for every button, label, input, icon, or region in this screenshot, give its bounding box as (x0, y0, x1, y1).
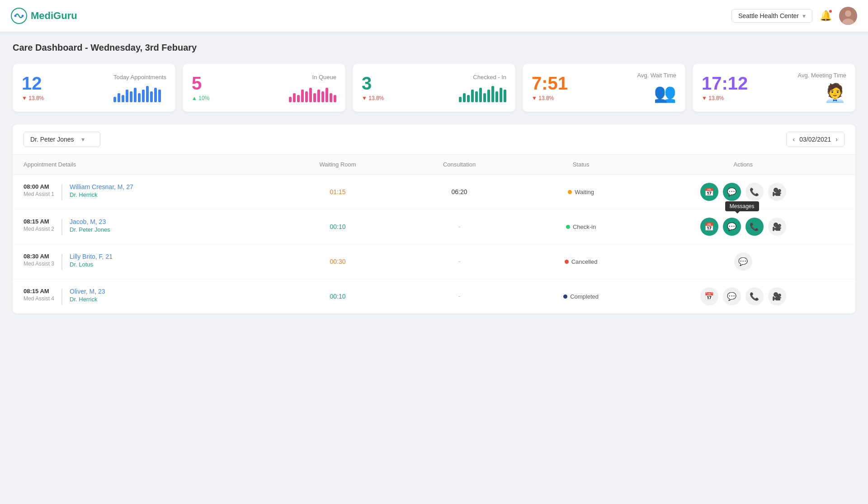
mini-bar (130, 91, 132, 102)
health-center-select[interactable]: Seattle Health Center ▾ (731, 9, 812, 23)
mini-bar (154, 88, 157, 102)
date-navigator: ‹ 03/02/2021 › (786, 132, 844, 147)
mini-bar (138, 93, 141, 102)
health-center-name: Seattle Health Center (738, 12, 799, 19)
action-calendar-button-1[interactable]: 📅 (700, 218, 718, 236)
appt-doctor-3: Dr. Herrick (70, 296, 105, 303)
actions-cell-1: 📅 Messages 💬 📞🎥 (642, 218, 844, 236)
header-waiting-room: Waiting Room (277, 161, 398, 168)
date-display: 03/02/2021 (799, 136, 831, 143)
status-dot-2 (565, 260, 569, 264)
action-wrapper-message: Messages 💬 (723, 218, 741, 236)
action-phone-button-3[interactable]: 📞 (745, 287, 764, 305)
status-dot-3 (563, 295, 567, 299)
health-center-chevron: ▾ (802, 12, 806, 19)
appt-time-2: 08:30 AM (24, 253, 54, 260)
stat-number-in-queue: 5 (192, 74, 209, 92)
appt-patient-3[interactable]: Oliver, M, 23 (70, 288, 105, 295)
action-phone-button-1[interactable]: 📞 (745, 218, 764, 236)
mini-bar (158, 90, 161, 102)
appt-divider-3 (61, 289, 62, 305)
actions-cell-2: 💬 (642, 252, 844, 271)
appt-assist-3: Med Assist 4 (24, 295, 54, 302)
stat-card-avg-wait-time: 7:51 ▼ 13.8% Avg. Wait Time 👥 (523, 64, 685, 112)
appt-patient-1[interactable]: Jacob, M, 23 (70, 218, 110, 225)
mini-bar (475, 91, 478, 102)
stat-change-avg-wait-time: ▼ 13.8% (532, 95, 568, 101)
status-text-2: Cancelled (571, 258, 598, 265)
consultation-dash: - (458, 258, 461, 265)
appt-details-0: 08:00 AM Med Assist 1 William Cresnar, M… (24, 183, 277, 200)
appt-details-3: 08:15 AM Med Assist 4 Oliver, M, 23 Dr. … (24, 288, 277, 305)
svg-point-4 (845, 10, 851, 17)
doctor-select-value: Dr. Peter Jones (30, 136, 74, 143)
stat-change-in-queue: ▲ 10% (192, 95, 209, 101)
action-message-button-0[interactable]: 💬 (723, 183, 741, 201)
appt-doctor-2: Dr. Lotus (70, 261, 113, 268)
appt-doctor-0: Dr. Herrick (70, 191, 133, 198)
consultation-cell-0: 06:20 (399, 188, 520, 195)
mini-bar (126, 90, 128, 102)
stat-left-checked-in: 3 ▼ 13.8% (362, 74, 384, 101)
mini-bar (495, 91, 498, 102)
table-body: 08:00 AM Med Assist 1 William Cresnar, M… (13, 175, 855, 314)
appt-patient-block-0: William Cresnar, M, 27 Dr. Herrick (70, 183, 133, 198)
action-phone-button-0[interactable]: 📞 (745, 183, 764, 201)
action-video-button-1[interactable]: 🎥 (768, 218, 786, 236)
mini-chart-checked-in (459, 84, 506, 102)
stat-right-today-appointments: Today Appointments (113, 74, 166, 102)
consultation-cell-2: - (399, 258, 520, 265)
appt-details-2: 08:30 AM Med Assist 3 Lilly Brito, F, 21… (24, 253, 277, 270)
svg-point-1 (14, 15, 17, 17)
action-message-button-2[interactable]: 💬 (734, 252, 752, 271)
consultation-dash: - (458, 223, 461, 230)
action-video-button-0[interactable]: 🎥 (768, 183, 786, 201)
table-header: Appointment Details Waiting Room Consult… (13, 155, 855, 175)
notification-badge (828, 9, 833, 14)
stat-change-avg-meeting-time: ▼ 13.8% (702, 95, 748, 101)
user-avatar[interactable] (839, 7, 857, 25)
appt-time-block-2: 08:30 AM Med Assist 3 (24, 253, 54, 267)
svg-point-2 (22, 15, 24, 17)
status-cell-0: Waiting (520, 189, 642, 195)
action-message-button-3[interactable]: 💬 (723, 287, 741, 305)
appt-divider-2 (61, 254, 62, 270)
stat-right-avg-meeting-time: Avg. Meeting Time 🧑‍💼 (798, 72, 846, 104)
mini-bar (122, 95, 124, 102)
date-prev-button[interactable]: ‹ (793, 136, 795, 143)
stat-label-today-appointments: Today Appointments (113, 74, 166, 81)
action-calendar-button-0[interactable]: 📅 (700, 183, 718, 201)
appt-patient-2[interactable]: Lilly Brito, F, 21 (70, 253, 113, 260)
status-text-3: Completed (570, 293, 599, 300)
header-status: Status (520, 161, 642, 168)
consultation-time: 06:20 (452, 188, 467, 195)
mini-bar (317, 90, 320, 102)
action-video-button-3[interactable]: 🎥 (768, 287, 786, 305)
stat-number-checked-in: 3 (362, 74, 384, 92)
mini-bar (467, 95, 470, 102)
stat-change-checked-in: ▼ 13.8% (362, 95, 384, 101)
doctor-select[interactable]: Dr. Peter Jones ▾ (24, 132, 100, 147)
stat-label-in-queue: In Queue (289, 74, 336, 81)
status-dot-1 (566, 225, 570, 229)
stat-number-today-appointments: 12 (22, 74, 44, 92)
mini-bar (118, 93, 120, 102)
stat-illustration-avg-wait-time: 👥 (637, 82, 676, 104)
stat-card-avg-meeting-time: 17:12 ▼ 13.8% Avg. Meeting Time 🧑‍💼 (693, 64, 855, 112)
stat-number-avg-meeting-time: 17:12 (702, 74, 748, 92)
actions-cell-3: 📅💬📞🎥 (642, 287, 844, 305)
mini-bar (134, 88, 137, 102)
date-next-button[interactable]: › (835, 136, 838, 143)
mini-bar (321, 91, 324, 102)
stat-card-today-appointments: 12 ▼ 13.8% Today Appointments (13, 64, 175, 112)
consultation-cell-1: - (399, 223, 520, 230)
table-row: 08:15 AM Med Assist 4 Oliver, M, 23 Dr. … (13, 279, 855, 314)
action-message-button-1[interactable]: 💬 (723, 218, 741, 236)
action-calendar-button-3[interactable]: 📅 (700, 287, 718, 305)
appt-patient-0[interactable]: William Cresnar, M, 27 (70, 183, 133, 190)
appt-divider-1 (61, 219, 62, 235)
table-row: 08:30 AM Med Assist 3 Lilly Brito, F, 21… (13, 244, 855, 279)
table-row: 08:00 AM Med Assist 1 William Cresnar, M… (13, 175, 855, 209)
notification-bell[interactable]: 🔔 (820, 10, 832, 22)
header-actions: Actions (642, 161, 844, 168)
